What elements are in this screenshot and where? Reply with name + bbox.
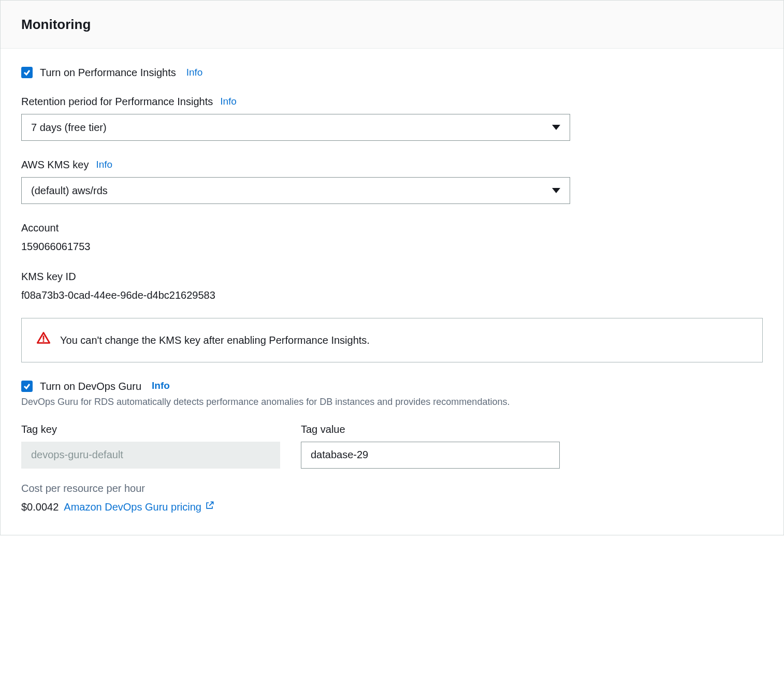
perf-insights-checkbox[interactable]	[21, 67, 33, 78]
perf-insights-label: Turn on Performance Insights	[40, 65, 176, 80]
tag-key-col: Tag key	[21, 422, 280, 469]
retention-select-value: 7 days (free tier)	[31, 120, 107, 135]
perf-insights-row: Turn on Performance Insights Info	[21, 65, 763, 80]
devops-guru-label: Turn on DevOps Guru	[40, 379, 141, 394]
perf-insights-info-link[interactable]: Info	[186, 66, 203, 80]
panel-header: Monitoring	[1, 1, 783, 49]
kms-key-info-link[interactable]: Info	[96, 158, 112, 172]
retention-info-link[interactable]: Info	[220, 95, 237, 109]
panel-body: Turn on Performance Insights Info Retent…	[1, 49, 783, 534]
kms-warning-alert: You can't change the KMS key after enabl…	[21, 318, 763, 362]
chevron-down-icon	[552, 125, 560, 130]
tag-key-input	[21, 442, 280, 469]
account-value: 159066061753	[21, 239, 763, 254]
kms-key-select-value: (default) aws/rds	[31, 183, 108, 198]
panel-title: Monitoring	[21, 15, 763, 34]
tag-value-col: Tag value	[301, 422, 560, 469]
account-block: Account 159066061753	[21, 221, 763, 254]
kms-key-field: AWS KMS key Info (default) aws/rds	[21, 157, 763, 204]
svg-point-1	[42, 341, 44, 342]
devops-guru-helper: DevOps Guru for RDS automatically detect…	[21, 396, 763, 409]
devops-guru-row: Turn on DevOps Guru Info	[21, 379, 763, 394]
tag-value-label: Tag value	[301, 422, 560, 436]
devops-guru-checkbox[interactable]	[21, 381, 33, 392]
pricing-link[interactable]: Amazon DevOps Guru pricing	[64, 500, 215, 514]
kms-key-id-value: f08a73b3-0cad-44ee-96de-d4bc21629583	[21, 288, 763, 302]
retention-field: Retention period for Performance Insight…	[21, 94, 763, 141]
tag-key-label: Tag key	[21, 422, 280, 436]
check-icon	[23, 68, 31, 77]
cost-label: Cost per resource per hour	[21, 481, 763, 496]
retention-select[interactable]: 7 days (free tier)	[21, 114, 570, 141]
retention-label: Retention period for Performance Insight…	[21, 94, 213, 109]
cost-block: Cost per resource per hour $0.0042 Amazo…	[21, 481, 763, 514]
kms-key-select[interactable]: (default) aws/rds	[21, 177, 570, 204]
kms-key-label: AWS KMS key	[21, 157, 89, 172]
tag-value-input[interactable]	[301, 442, 560, 469]
retention-label-row: Retention period for Performance Insight…	[21, 94, 763, 109]
devops-guru-info-link[interactable]: Info	[152, 379, 170, 393]
check-icon	[23, 382, 31, 390]
cost-row: $0.0042 Amazon DevOps Guru pricing	[21, 500, 763, 514]
kms-key-id-block: KMS key ID f08a73b3-0cad-44ee-96de-d4bc2…	[21, 269, 763, 302]
kms-key-label-row: AWS KMS key Info	[21, 157, 763, 172]
kms-warning-text: You can't change the KMS key after enabl…	[60, 333, 370, 347]
account-label: Account	[21, 221, 763, 235]
kms-key-id-label: KMS key ID	[21, 269, 763, 284]
chevron-down-icon	[552, 188, 560, 193]
warning-icon	[36, 331, 51, 349]
tag-row: Tag key Tag value	[21, 422, 763, 469]
cost-value: $0.0042	[21, 500, 59, 514]
pricing-link-text: Amazon DevOps Guru pricing	[64, 500, 201, 514]
external-link-icon	[205, 500, 215, 514]
monitoring-panel: Monitoring Turn on Performance Insights …	[0, 0, 784, 535]
